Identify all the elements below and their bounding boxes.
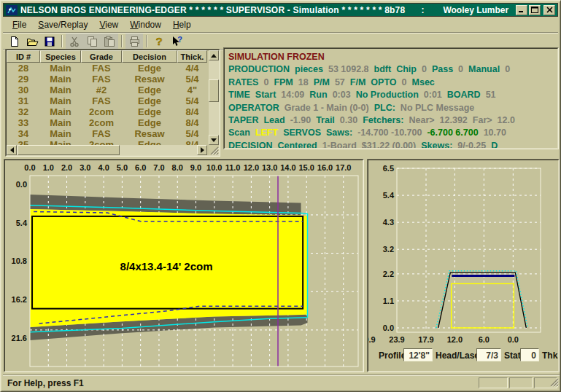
sim-status-line: PRODUCTIONpieces53 1092.8bdftChip0Pass0M… <box>228 63 554 76</box>
sim-status-segment: LEFT <box>255 128 278 138</box>
table-cell: 33 <box>7 117 40 128</box>
svg-text:5.4: 5.4 <box>383 191 395 200</box>
svg-text:16.2: 16.2 <box>12 295 27 304</box>
minimize-button[interactable] <box>516 5 527 15</box>
table-cell: Main <box>40 74 81 85</box>
table-cell: Edge <box>122 95 177 106</box>
head-laser-value-field[interactable]: 7/3 <box>476 348 501 361</box>
vertical-scrollbar[interactable] <box>209 50 219 145</box>
open-folder-button[interactable] <box>23 34 41 49</box>
board-plan-chart: 0.01.02.03.04.05.06.07.08.09.010.011.012… <box>5 160 363 371</box>
menu-item-file[interactable]: File <box>7 18 32 31</box>
sim-status-segment: BOARD <box>447 90 481 100</box>
svg-text:29.9: 29.9 <box>368 335 376 344</box>
scroll-left-button[interactable] <box>7 145 17 155</box>
new-document-icon <box>9 36 20 47</box>
close-icon <box>546 7 553 13</box>
board-list-panel: ID #SpeciesGradeDecisionThick. 28MainFAS… <box>5 49 220 157</box>
sim-status-segment: OPTO <box>371 77 396 87</box>
sim-status-segment: Start <box>255 90 276 100</box>
svg-text:0.0: 0.0 <box>508 335 519 344</box>
table-row[interactable]: 34MainFASResaw5/4 <box>7 128 207 139</box>
menu-item-window[interactable]: Window <box>124 18 167 31</box>
svg-text:11.0: 11.0 <box>225 163 241 172</box>
svg-text:4.3: 4.3 <box>383 218 394 227</box>
context-help-icon: ? <box>171 36 183 47</box>
table-cell: Main <box>40 106 81 117</box>
maximize-button[interactable] <box>529 5 541 15</box>
profile-value-field[interactable]: 12'8" <box>403 348 433 361</box>
context-help-button[interactable]: ? <box>168 34 185 49</box>
svg-text:17.9: 17.9 <box>418 335 433 344</box>
new-document-button[interactable] <box>6 34 23 49</box>
column-header-decision[interactable]: Decision <box>122 50 177 63</box>
svg-text:?: ? <box>177 36 182 44</box>
left-arrow-icon <box>7 147 14 153</box>
svg-text:2.2: 2.2 <box>383 270 394 278</box>
sim-status-segment: OPERATOR <box>228 103 279 113</box>
board-plan-chart-panel: 0.01.02.03.04.05.06.07.08.09.010.011.012… <box>4 159 364 372</box>
table-row[interactable]: 31MainFASEdge5/4 <box>7 95 207 106</box>
head-laser-label: Head/Laser <box>436 350 483 361</box>
table-cell: Main <box>40 128 81 139</box>
window-resize-grip[interactable] <box>549 377 559 390</box>
column-header-thick-[interactable]: Thick. <box>177 50 207 63</box>
menu-item-view[interactable]: View <box>93 18 124 31</box>
table-cell: Edge <box>122 106 177 117</box>
svg-text:17.0: 17.0 <box>336 163 351 172</box>
save-icon <box>44 36 55 47</box>
sim-status-segment: 0 <box>402 77 407 87</box>
help-button[interactable]: ? <box>150 34 168 49</box>
menu-item-save-replay[interactable]: Save/Replay <box>32 18 93 31</box>
svg-text:1.1: 1.1 <box>383 297 394 305</box>
down-arrow-icon <box>211 138 217 145</box>
profile-label: Profile <box>379 350 406 361</box>
column-header-grade[interactable]: Grade <box>81 50 122 63</box>
svg-text:3.0: 3.0 <box>80 163 90 172</box>
svg-text:0.0: 0.0 <box>383 324 394 332</box>
sim-status-line: TAPERLead-1.90Trail0.30Fetchers:Near>12.… <box>228 114 554 127</box>
vertical-scroll-thumb[interactable] <box>209 79 219 102</box>
save-button[interactable] <box>41 34 58 49</box>
svg-text:23.9: 23.9 <box>389 335 404 344</box>
menu-item-help[interactable]: Help <box>167 18 197 31</box>
sim-status-segment: 51 <box>486 90 496 100</box>
sim-status-segment: Scan <box>228 128 250 138</box>
table-row[interactable]: 30Main#2Edge4" <box>7 85 207 95</box>
table-cell: 31 <box>7 95 40 106</box>
scroll-up-button[interactable] <box>209 50 219 60</box>
scroll-right-button[interactable] <box>197 145 207 155</box>
table-row[interactable]: 29MainFASResaw5/4 <box>7 74 207 85</box>
table-cell: FAS <box>81 128 122 139</box>
svg-text:13.0: 13.0 <box>262 163 277 172</box>
sim-status-line: TIMEStart14:09Run0:03No Production0:01BO… <box>228 89 554 101</box>
stat-value-field[interactable]: 0 <box>520 348 539 361</box>
paste-icon <box>104 36 115 47</box>
sim-status-segment: 0:03 <box>333 90 351 100</box>
simulation-status-panel: SIMULATION FROZENPRODUCTIONpieces53 1092… <box>223 47 559 149</box>
table-cell: Main <box>40 117 81 128</box>
column-header-species[interactable]: Species <box>40 50 81 63</box>
horizontal-scrollbar[interactable] <box>7 145 207 155</box>
horizontal-scroll-thumb[interactable] <box>18 145 120 155</box>
scroll-down-button[interactable] <box>209 135 219 145</box>
svg-text:6.0: 6.0 <box>479 335 490 344</box>
sim-status-segment: 0:01 <box>424 90 442 100</box>
table-row[interactable]: 33Main2comEdge8/4 <box>7 117 207 128</box>
status-bar: For Help, press F1 <box>3 375 560 391</box>
table-resize-grip[interactable] <box>209 145 219 155</box>
table-row[interactable]: 32Main2comEdge8/4 <box>7 106 207 117</box>
svg-text:0.0: 0.0 <box>24 163 35 172</box>
column-header-id-[interactable]: ID # <box>7 50 40 63</box>
svg-text:?: ? <box>155 36 162 47</box>
table-row[interactable]: 28MainFASEdge4/4 <box>7 63 207 74</box>
menu-bar: FileSave/ReplayViewWindowHelp <box>3 17 558 31</box>
close-button[interactable] <box>543 5 555 15</box>
cut-button <box>66 34 83 49</box>
table-cell: Edge <box>122 139 177 145</box>
sim-status-segment: 12.392 <box>440 115 468 125</box>
sim-status-segment: RATES <box>228 77 258 87</box>
table-row[interactable]: 35Main2comEdge8/4 <box>7 139 207 145</box>
table-cell: Main <box>40 95 81 106</box>
sim-status-segment: Far> <box>473 115 492 125</box>
